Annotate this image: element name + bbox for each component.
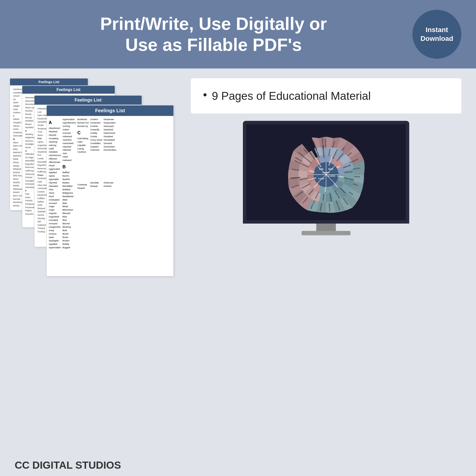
info-box: • 9 Pages of Educational Material	[191, 78, 461, 114]
monitor: SAD MAD SCARED CALM HAPPY FRAGILE HURT R…	[243, 121, 409, 235]
col-d: DesperateDespondentDestroyedDetachedDete…	[104, 118, 117, 250]
svg-text:HAPPY: HAPPY	[323, 171, 330, 174]
col-a2-b: AppreciativeApprehensiveArchingArdentAro…	[63, 118, 76, 250]
monitor-screen: SAD MAD SCARED CALM HAPPY FRAGILE HURT R…	[243, 121, 409, 223]
letter-b: B	[63, 164, 76, 170]
main-container: Print/Write, Use Digitally or Use as Fil…	[0, 0, 476, 476]
col-a: A AbandonedAbashedAbusedAcceptingAdmirin…	[49, 118, 61, 250]
svg-text:MAD: MAD	[328, 168, 333, 170]
bullet-dot: •	[203, 88, 207, 102]
header-title: Print/Write, Use Digitally or Use as Fil…	[15, 13, 412, 55]
monitor-container: SAD MAD SCARED CALM HAPPY FRAGILE HURT R…	[191, 121, 461, 235]
page-3-header: Feelings List	[34, 96, 142, 105]
brand-name: CC DIGITAL STUDIOS	[15, 459, 121, 471]
page-2-header: Feelings List	[22, 86, 115, 94]
monitor-neck	[316, 223, 336, 231]
letter-c: C	[78, 130, 89, 136]
svg-text:ISOLATED: ISOLATED	[324, 139, 326, 148]
svg-text:CALM: CALM	[319, 178, 324, 180]
svg-text:SCARED: SCARED	[327, 175, 335, 177]
page-4-header: Feelings List	[47, 105, 173, 116]
feelings-page-4: Feelings List A AbandonedAbashedAbusedAc…	[47, 105, 174, 276]
col-c2: ContentContentedContriteCowardlyCrabbyCr…	[90, 118, 102, 250]
footer: CC DIGITAL STUDIOS	[0, 455, 476, 476]
letter-a: A	[49, 119, 61, 126]
svg-text:SAD: SAD	[319, 168, 323, 170]
info-text: 9 Pages of Educational Material	[212, 88, 371, 104]
monitor-base	[302, 231, 351, 235]
col-b2-c: BurdenedBurned OutBurned Up C Calculatin…	[78, 118, 89, 250]
instant-download-badge: Instant Download	[412, 10, 461, 59]
bullet-point: • 9 Pages of Educational Material	[203, 88, 449, 104]
header: Print/Write, Use Digitally or Use as Fil…	[0, 0, 476, 68]
right-panel: • 9 Pages of Educational Material	[191, 78, 461, 235]
content-area: Feelings List UninterestedUnsettledUnsur…	[0, 68, 476, 455]
pages-stack: Feelings List UninterestedUnsettledUnsur…	[15, 78, 181, 279]
page-1-header: Feelings List	[10, 79, 88, 85]
wheel-svg: SAD MAD SCARED CALM HAPPY FRAGILE HURT R…	[246, 124, 406, 220]
